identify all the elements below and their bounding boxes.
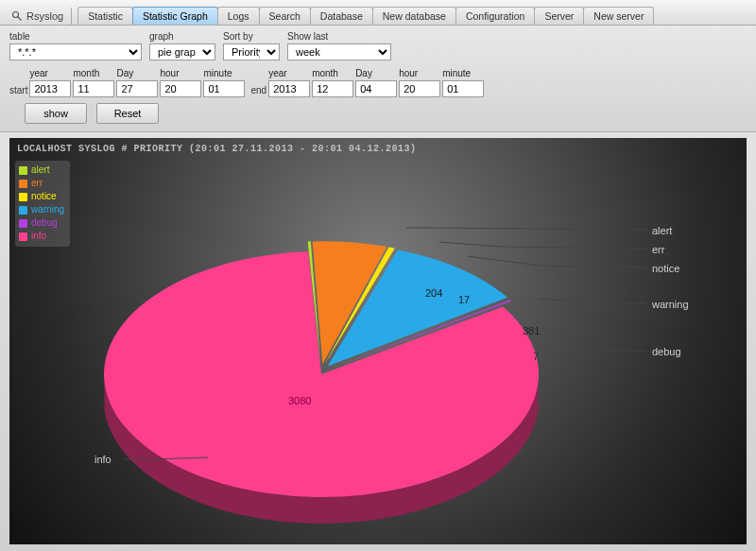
brand-label: Rsyslog bbox=[26, 10, 63, 22]
svg-point-0 bbox=[13, 12, 19, 18]
end-label: end bbox=[250, 85, 268, 97]
tab-server[interactable]: Server bbox=[534, 7, 584, 25]
callout-info: info bbox=[94, 454, 112, 465]
showlast-label: Show last bbox=[287, 31, 391, 42]
end-year-label: year bbox=[268, 68, 310, 78]
start-label: start bbox=[9, 85, 29, 97]
tab-logs[interactable]: Logs bbox=[217, 7, 260, 25]
callout-err: err bbox=[652, 244, 664, 255]
start-day-input[interactable] bbox=[116, 80, 158, 97]
showlast-select[interactable]: week bbox=[287, 43, 391, 60]
value-debug: 7 bbox=[533, 351, 539, 362]
value-err: 204 bbox=[425, 287, 442, 299]
table-select[interactable]: *.*.* bbox=[9, 43, 142, 60]
start-month-label: month bbox=[73, 68, 114, 78]
end-minute-input[interactable] bbox=[442, 80, 484, 97]
end-year-input[interactable] bbox=[268, 80, 310, 97]
callout-notice: notice bbox=[652, 263, 679, 274]
callout-alert: alert bbox=[652, 225, 672, 236]
tab-new-database[interactable]: New database bbox=[372, 7, 456, 25]
callout-debug: debug bbox=[652, 346, 681, 357]
start-year-label: year bbox=[29, 68, 71, 78]
tab-database[interactable]: Database bbox=[310, 7, 373, 25]
tab-bar: Rsyslog StatisticStatistic GraphLogsSear… bbox=[0, 0, 756, 26]
end-minute-label: minute bbox=[442, 68, 484, 78]
start-hour-input[interactable] bbox=[160, 80, 201, 97]
tab-configuration[interactable]: Configuration bbox=[455, 7, 535, 25]
start-hour-label: hour bbox=[160, 68, 201, 78]
pie-chart bbox=[9, 138, 747, 544]
start-year-input[interactable] bbox=[29, 80, 71, 97]
table-label: table bbox=[9, 31, 142, 42]
sortby-label: Sort by bbox=[223, 31, 280, 42]
tab-new-server[interactable]: New server bbox=[583, 7, 654, 25]
control-panel: table *.*.* graph pie graph Sort by Prio… bbox=[0, 26, 756, 132]
chart-area: LOCALHOST SYSLOG # PRIORITY (20:01 27.11… bbox=[9, 138, 747, 544]
reset-button[interactable]: Reset bbox=[96, 103, 159, 124]
end-day-input[interactable] bbox=[355, 80, 397, 97]
graph-label: graph bbox=[149, 31, 215, 42]
end-hour-input[interactable] bbox=[399, 80, 440, 97]
magnifier-icon bbox=[11, 10, 23, 22]
value-warning: 381 bbox=[523, 325, 540, 336]
end-hour-label: hour bbox=[399, 68, 440, 78]
svg-line-1 bbox=[18, 17, 22, 21]
tab-search[interactable]: Search bbox=[259, 7, 311, 25]
brand: Rsyslog bbox=[4, 8, 72, 25]
end-month-label: month bbox=[312, 68, 353, 78]
value-info: 3080 bbox=[288, 395, 311, 406]
graph-select[interactable]: pie graph bbox=[149, 43, 215, 60]
end-day-label: Day bbox=[355, 68, 397, 78]
tab-statistic[interactable]: Statistic bbox=[77, 7, 133, 25]
start-minute-label: minute bbox=[203, 68, 245, 78]
value-notice: 17 bbox=[458, 294, 470, 305]
callout-warning: warning bbox=[652, 299, 689, 310]
sortby-select[interactable]: Priority bbox=[223, 43, 280, 60]
start-month-input[interactable] bbox=[73, 80, 114, 97]
end-month-input[interactable] bbox=[312, 80, 353, 97]
start-day-label: Day bbox=[116, 68, 158, 78]
tab-statistic-graph[interactable]: Statistic Graph bbox=[132, 7, 218, 25]
show-button[interactable]: show bbox=[25, 103, 87, 124]
start-minute-input[interactable] bbox=[203, 80, 245, 97]
